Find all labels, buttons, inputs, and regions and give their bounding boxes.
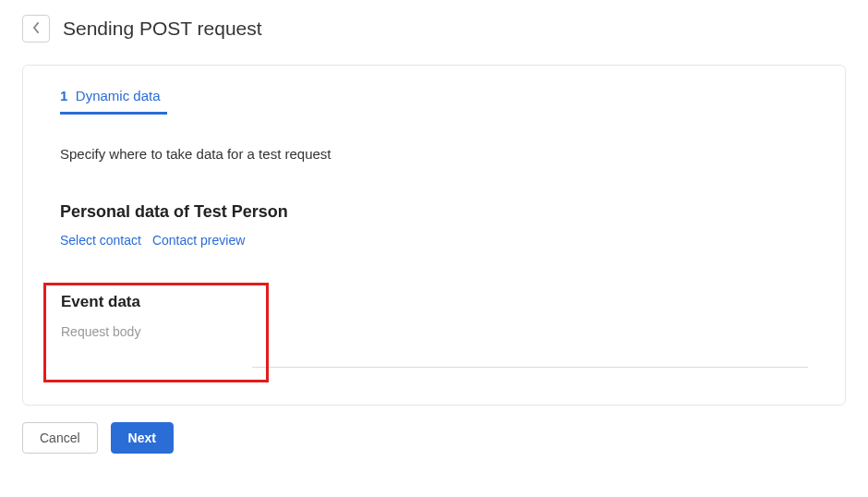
tab-label: Dynamic data: [76, 88, 161, 103]
request-body-input[interactable]: Request body: [61, 324, 251, 367]
personal-data-section: Personal data of Test Person Select cont…: [60, 202, 808, 248]
tab-dynamic-data[interactable]: 1 Dynamic data: [60, 88, 167, 115]
event-data-highlight: Event data Request body: [43, 283, 269, 382]
wizard-tabs: 1 Dynamic data: [60, 88, 808, 115]
chevron-left-icon: [32, 22, 40, 36]
wizard-card: 1 Dynamic data Specify where to take dat…: [22, 65, 846, 406]
wizard-footer: Cancel Next: [22, 422, 846, 454]
instruction-text: Specify where to take data for a test re…: [60, 146, 808, 162]
personal-data-heading: Personal data of Test Person: [60, 202, 808, 222]
contact-preview-link[interactable]: Contact preview: [152, 233, 245, 248]
event-data-section: Event data Request body: [43, 283, 808, 368]
header: Sending POST request: [22, 15, 846, 42]
select-contact-link[interactable]: Select contact: [60, 233, 141, 248]
page-title: Sending POST request: [63, 18, 262, 40]
personal-data-links: Select contact Contact preview: [60, 233, 808, 248]
tab-number: 1: [60, 88, 67, 103]
back-button[interactable]: [22, 15, 50, 42]
event-data-heading: Event data: [61, 293, 251, 311]
cancel-button[interactable]: Cancel: [22, 422, 98, 454]
next-button[interactable]: Next: [111, 422, 174, 454]
input-underline: [252, 367, 808, 368]
